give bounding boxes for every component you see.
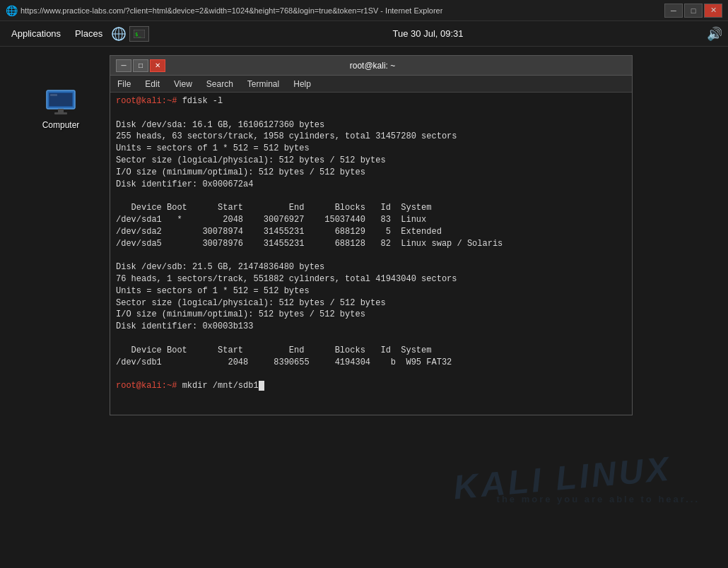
prompt-1: root@kali:~#	[116, 96, 182, 106]
terminal-window: ─ □ ✕ root@kali: ~ File Edit View Search…	[110, 55, 633, 415]
svg-text:$_: $_	[135, 32, 141, 37]
terminal-line-sdb1: /dev/sdb1 2048 8390655 4194304 b W95 FAT…	[116, 357, 626, 369]
terminal-line-blank-1	[116, 107, 626, 119]
kali-desktop: KALI LINUX the more you are able to hear…	[0, 21, 728, 568]
terminal-line-sdb-3: Sector size (logical/physical): 512 byte…	[116, 297, 626, 309]
svg-rect-9	[58, 109, 64, 112]
terminal-line-7: Disk identifier: 0x000672a4	[116, 179, 626, 191]
terminal-cursor	[259, 381, 264, 391]
terminal-line-1: root@kali:~# fdisk -l	[116, 95, 626, 107]
terminal-line-5: Sector size (logical/physical): 512 byte…	[116, 155, 626, 167]
browser-favicon-icon: 🌐	[6, 5, 18, 16]
terminal-line-blank-3	[116, 249, 626, 261]
terminal-close-button[interactable]: ✕	[150, 59, 165, 72]
command-2: mkdir /mnt/sdb1	[182, 381, 259, 391]
terminal-window-buttons: ─ □ ✕	[116, 59, 165, 72]
terminal-line-sdb-4: I/O size (minimum/optimal): 512 bytes / …	[116, 309, 626, 321]
terminal-line-blank-5	[116, 368, 626, 380]
terminal-menu-terminal[interactable]: Terminal	[245, 78, 282, 90]
terminal-line-sdb-5: Disk identifier: 0x0003b133	[116, 321, 626, 333]
computer-icon	[44, 89, 78, 117]
browser-maximize-button[interactable]: □	[684, 4, 703, 18]
svg-rect-10	[54, 112, 67, 114]
terminal-menu-search[interactable]: Search	[204, 78, 236, 90]
terminal-line-sdb-1: 76 heads, 1 sectors/track, 551882 cylind…	[116, 273, 626, 285]
kali-watermark: KALI LINUX	[452, 449, 673, 507]
terminal-line-sda5: /dev/sda5 30078976 31455231 688128 82 Li…	[116, 238, 626, 250]
browser-close-button[interactable]: ✕	[704, 4, 722, 18]
browser-title: https://www.practice-labs.com/?client=ht…	[20, 6, 442, 15]
browser-controls: ─ □ ✕	[664, 4, 722, 18]
prompt-2: root@kali:~#	[116, 381, 182, 391]
terminal-line-prompt-2: root@kali:~# mkdir /mnt/sdb1	[116, 380, 626, 392]
terminal-title: root@kali: ~	[165, 61, 580, 71]
terminal-titlebar: ─ □ ✕ root@kali: ~	[110, 56, 632, 76]
terminal-menu-file[interactable]: File	[115, 78, 134, 90]
terminal-line-header-2: Device Boot Start End Blocks Id System	[116, 345, 626, 357]
terminal-menu-view[interactable]: View	[171, 78, 195, 90]
taskbar-volume[interactable]: 🔊	[707, 26, 722, 42]
taskbar-datetime: Tue 30 Jul, 09:31	[149, 28, 707, 39]
terminal-line-6: I/O size (minimum/optimal): 512 bytes / …	[116, 167, 626, 179]
terminal-line-header-1: Device Boot Start End Blocks Id System	[116, 202, 626, 214]
browser-icon-area: 🌐 https://www.practice-labs.com/?client=…	[6, 5, 442, 16]
terminal-line-3: 255 heads, 63 sectors/track, 1958 cylind…	[116, 131, 626, 143]
terminal-minimize-button[interactable]: ─	[116, 59, 131, 72]
terminal-line-sdb-2: Units = sectors of 1 * 512 = 512 bytes	[116, 285, 626, 297]
terminal-line-blank-4	[116, 333, 626, 345]
terminal-line-2: Disk /dev/sda: 16.1 GB, 16106127360 byte…	[116, 119, 626, 131]
browser-titlebar: 🌐 https://www.practice-labs.com/?client=…	[0, 0, 728, 21]
taskbar: Applications Places $_ Tue 30 Jul, 09:31…	[0, 21, 728, 47]
terminal-launch-icon[interactable]: $_	[129, 26, 149, 42]
terminal-menubar: File Edit View Search Terminal Help	[110, 76, 632, 93]
globe-icon[interactable]	[111, 26, 127, 42]
terminal-line-sda1: /dev/sda1 * 2048 30076927 15037440 83 Li…	[116, 214, 626, 226]
terminal-menu-edit[interactable]: Edit	[142, 78, 163, 90]
terminal-line-sda2: /dev/sda2 30078974 31455231 688129 5 Ext…	[116, 226, 626, 238]
kali-watermark-sub: the more you are able to hear...	[497, 494, 700, 504]
places-menu[interactable]: Places	[69, 25, 108, 42]
applications-menu[interactable]: Applications	[6, 25, 66, 42]
terminal-menu-help[interactable]: Help	[290, 78, 314, 90]
computer-desktop-icon[interactable]: Computer	[33, 89, 89, 130]
terminal-line-sdb-header: Disk /dev/sdb: 21.5 GB, 21474836480 byte…	[116, 261, 626, 273]
taskbar-left: Applications Places $_	[6, 25, 149, 42]
terminal-body[interactable]: root@kali:~# fdisk -l Disk /dev/sda: 16.…	[110, 93, 632, 415]
terminal-line-4: Units = sectors of 1 * 512 = 512 bytes	[116, 143, 626, 155]
terminal-line-blank-2	[116, 190, 626, 202]
computer-icon-label: Computer	[42, 120, 80, 130]
browser-minimize-button[interactable]: ─	[664, 4, 683, 18]
svg-rect-11	[50, 94, 57, 96]
command-1: fdisk -l	[182, 96, 223, 106]
terminal-maximize-button[interactable]: □	[133, 59, 148, 72]
